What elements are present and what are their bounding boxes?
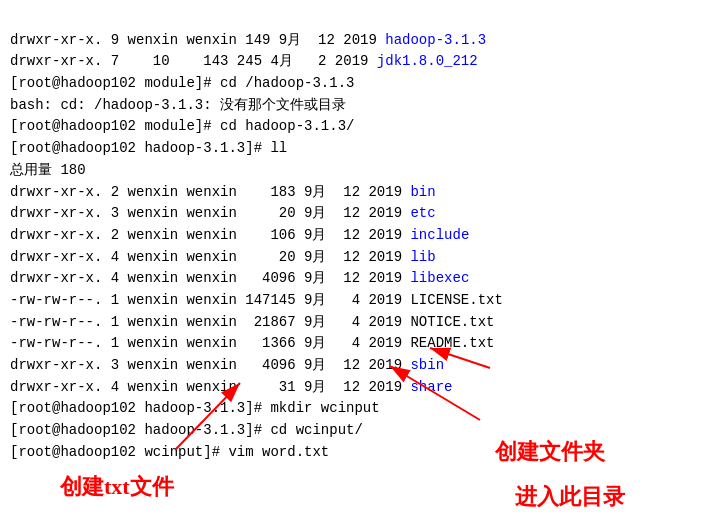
terminal-line: drwxr-xr-x. 7 10 143 245 4月 2 2019 jdk1.… (10, 51, 695, 73)
terminal-line: [root@hadoop102 hadoop-3.1.3]# mkdir wci… (10, 398, 695, 420)
create-txt-label: 创建txt文件 (60, 472, 174, 502)
terminal-line: [root@hadoop102 module]# cd hadoop-3.1.3… (10, 116, 695, 138)
terminal-line: drwxr-xr-x. 4 wenxin wenxin 31 9月 12 201… (10, 377, 695, 399)
terminal-line: drwxr-xr-x. 9 wenxin wenxin 149 9月 12 20… (10, 30, 695, 52)
terminal-line: -rw-rw-r--. 1 wenxin wenxin 1366 9月 4 20… (10, 333, 695, 355)
terminal-line: bash: cd: /hadoop-3.1.3: 没有那个文件或目录 (10, 95, 695, 117)
terminal-line: -rw-rw-r--. 1 wenxin wenxin 21867 9月 4 2… (10, 312, 695, 334)
terminal-line: -rw-rw-r--. 1 wenxin wenxin 147145 9月 4 … (10, 290, 695, 312)
terminal: drwxr-xr-x. 9 wenxin wenxin 149 9月 12 20… (0, 0, 705, 471)
terminal-line: drwxr-xr-x. 2 wenxin wenxin 183 9月 12 20… (10, 182, 695, 204)
enter-dir-label: 进入此目录 (515, 482, 625, 512)
terminal-line: drwxr-xr-x. 3 wenxin wenxin 20 9月 12 201… (10, 203, 695, 225)
terminal-line: drwxr-xr-x. 4 wenxin wenxin 20 9月 12 201… (10, 247, 695, 269)
terminal-line: [root@hadoop102 module]# cd /hadoop-3.1.… (10, 73, 695, 95)
create-folder-label: 创建文件夹 (495, 437, 605, 467)
terminal-line: drwxr-xr-x. 4 wenxin wenxin 4096 9月 12 2… (10, 268, 695, 290)
terminal-line: [root@hadoop102 hadoop-3.1.3]# ll (10, 138, 695, 160)
terminal-line: drwxr-xr-x. 3 wenxin wenxin 4096 9月 12 2… (10, 355, 695, 377)
terminal-line: 总用量 180 (10, 160, 695, 182)
terminal-line: drwxr-xr-x. 2 wenxin wenxin 106 9月 12 20… (10, 225, 695, 247)
